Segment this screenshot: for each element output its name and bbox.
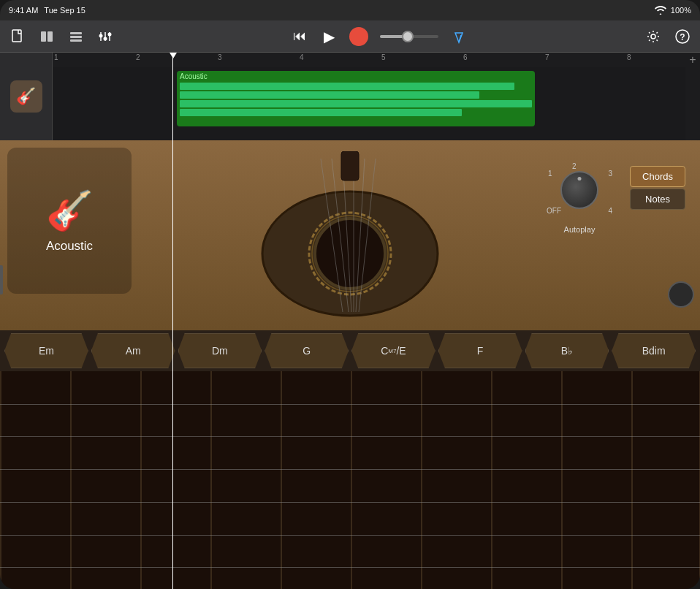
region-waveform <box>180 83 532 123</box>
wifi-icon <box>655 6 666 15</box>
timeline-ruler: 1 2 3 4 5 6 7 8 <box>53 53 685 67</box>
chords-button[interactable]: Chords <box>630 166 685 187</box>
new-song-button[interactable] <box>9 28 26 45</box>
track-header[interactable]: 🎸 <box>0 53 53 140</box>
knob-label-1: 1 <box>548 170 552 178</box>
status-date: Tue Sep 15 <box>44 6 85 15</box>
status-right: 100% <box>655 6 691 15</box>
svg-rect-0 <box>12 30 21 42</box>
status-left: 9:41 AM Tue Sep 15 <box>9 6 85 15</box>
fretboard[interactable] <box>0 371 700 589</box>
add-track-button[interactable]: + <box>685 53 700 67</box>
ruler-mark-1: 1 <box>53 54 58 61</box>
svg-point-10 <box>104 37 107 40</box>
volume-slider[interactable] <box>380 35 438 38</box>
string-1 <box>0 404 700 405</box>
string-2 <box>0 436 700 437</box>
chord-em[interactable]: Em <box>4 333 88 368</box>
guitar-body-area <box>146 148 554 323</box>
help-button[interactable]: ? <box>674 28 691 45</box>
string-6 <box>0 567 700 568</box>
ruler-mark-2: 2 <box>134 54 140 61</box>
autoplay-label: Autoplay <box>564 225 596 234</box>
svg-rect-5 <box>70 39 82 42</box>
svg-rect-26 <box>341 151 359 180</box>
autoplay-knob[interactable] <box>560 171 598 209</box>
string-4 <box>0 502 700 503</box>
svg-point-13 <box>651 34 655 39</box>
svg-point-9 <box>99 34 103 37</box>
knob-label-4: 4 <box>608 207 612 215</box>
knob-label-off: OFF <box>547 207 561 215</box>
settings-button[interactable] <box>644 28 662 45</box>
autoplay-area: 2 3 1 4 OFF Autoplay <box>547 162 612 234</box>
track-guitar-thumb: 🎸 <box>10 80 42 113</box>
chord-dm[interactable]: Dm <box>178 333 262 368</box>
instrument-panel: 🎸 Acoustic 2 3 1 <box>0 140 700 330</box>
chord-am[interactable]: Am <box>91 333 175 368</box>
metronome-button[interactable] <box>450 28 468 45</box>
instrument-icon: 🎸 <box>46 189 94 233</box>
guitar-svg <box>240 151 460 319</box>
chords-notes-panel: Chords Notes <box>630 166 685 210</box>
timeline-area: 🎸 1 2 3 4 5 6 7 8 Acoustic + <box>0 53 700 140</box>
chord-g[interactable]: G <box>265 333 349 368</box>
svg-point-11 <box>108 32 112 36</box>
record-button[interactable] <box>349 27 368 46</box>
ruler-mark-8: 8 <box>625 54 631 61</box>
svg-rect-2 <box>47 31 53 42</box>
instrument-selector[interactable]: 🎸 Acoustic <box>7 148 132 294</box>
knob-label-2: 2 <box>572 162 577 170</box>
region-label: Acoustic <box>177 71 535 82</box>
knob-wrapper[interactable]: 2 3 1 4 OFF <box>547 162 612 221</box>
ruler-marks: 1 2 3 4 5 6 7 8 <box>53 53 685 67</box>
playhead-triangle <box>170 53 177 58</box>
side-button <box>0 265 3 294</box>
string-5 <box>0 535 700 536</box>
chord-strip: Em Am Dm G CM7/E F B♭ Bdim <box>0 330 700 371</box>
notes-button[interactable]: Notes <box>630 189 685 210</box>
toolbar-center: ⏮ ▶ <box>291 27 468 46</box>
ruler-mark-3: 3 <box>216 54 222 61</box>
chord-bdim[interactable]: Bdim <box>612 333 696 368</box>
string-3 <box>0 469 700 470</box>
toolbar-right: ? <box>644 28 691 45</box>
audio-region[interactable]: Acoustic <box>177 71 535 126</box>
svg-rect-1 <box>41 31 46 42</box>
battery-level: 100% <box>671 6 691 15</box>
svg-rect-3 <box>70 32 82 34</box>
toolbar: ⏮ ▶ ? <box>0 20 700 53</box>
svg-rect-4 <box>70 36 82 38</box>
ruler-mark-4: 4 <box>298 54 304 61</box>
chord-f[interactable]: F <box>438 333 522 368</box>
instrument-name: Acoustic <box>46 239 93 254</box>
home-button[interactable] <box>668 281 694 308</box>
tracks-button[interactable] <box>38 28 56 45</box>
svg-point-17 <box>315 218 385 289</box>
rewind-button[interactable]: ⏮ <box>291 28 308 45</box>
play-button[interactable]: ▶ <box>320 28 338 45</box>
chord-bb[interactable]: B♭ <box>525 333 609 368</box>
mixer-button[interactable] <box>96 28 114 45</box>
playhead-line <box>172 0 173 589</box>
chord-cme[interactable]: CM7/E <box>351 333 435 368</box>
toolbar-left <box>9 28 114 45</box>
status-time: 9:41 AM <box>9 6 38 15</box>
ruler-mark-6: 6 <box>462 54 468 61</box>
knob-label-3: 3 <box>608 170 612 178</box>
list-view-button[interactable] <box>67 28 85 45</box>
track-content[interactable]: Acoustic <box>53 67 685 140</box>
status-bar: 9:41 AM Tue Sep 15 100% <box>0 0 700 20</box>
ruler-mark-5: 5 <box>380 54 386 61</box>
svg-text:?: ? <box>680 32 685 42</box>
fret-grid <box>0 371 700 589</box>
ruler-mark-7: 7 <box>544 54 549 61</box>
